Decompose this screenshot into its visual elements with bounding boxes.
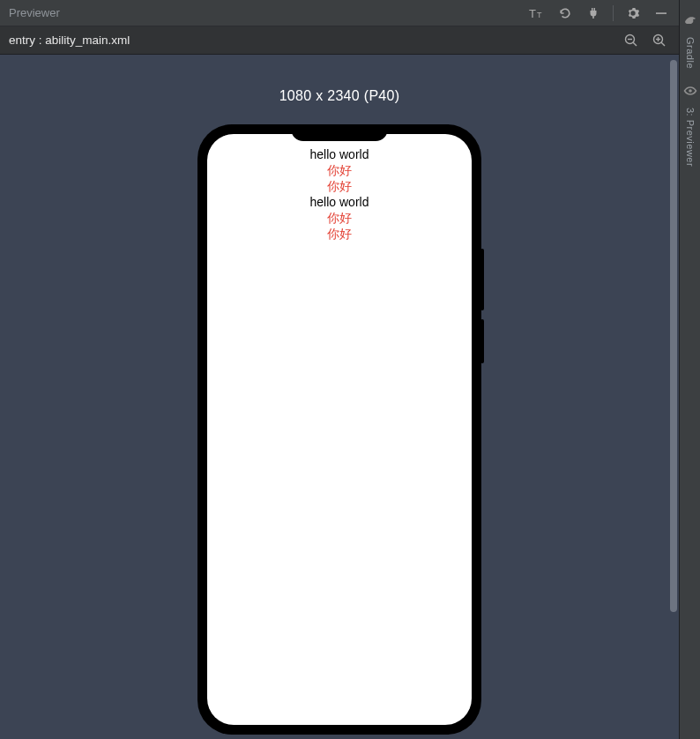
phone-notch [291,125,388,141]
svg-rect-3 [656,12,666,14]
file-path: entry : ability_main.xml [9,34,130,47]
phone-side-key [480,249,484,310]
zoom-out-button[interactable] [621,30,642,51]
screen-text-line: hello world [310,146,369,162]
rail-label-gradle: Gradle [685,37,696,69]
gradle-icon [681,11,700,30]
rail-item-gradle[interactable]: Gradle [681,7,700,72]
minimize-icon [655,7,667,19]
phone-screen[interactable]: hello world你好你好hello world你好你好 [207,134,472,725]
plug-button[interactable] [583,3,604,24]
canvas-inner: 1080 x 2340 (P40) hello world你好你好hello w… [0,55,679,739]
side-rail: Gradle 3: Previewer [679,0,700,739]
zoom-out-icon [623,33,639,49]
svg-rect-2 [592,16,594,19]
refresh-icon [558,6,572,20]
toolbar-divider [613,5,614,21]
preview-canvas: 1080 x 2340 (P40) hello world你好你好hello w… [0,55,679,739]
rail-item-previewer[interactable]: 3: Previewer [681,78,700,170]
screen-text-line: 你好 [327,210,352,226]
eye-icon [681,81,700,101]
zoom-in-icon [652,33,667,49]
svg-text:T: T [537,11,542,19]
dimension-label: 1080 x 2340 (P40) [279,88,400,104]
scrollbar-thumb[interactable] [670,60,677,612]
main-column: Previewer T T [0,0,679,739]
refresh-button[interactable] [555,3,576,24]
screen-text-line: hello world [310,194,369,210]
svg-text:T: T [529,7,536,20]
screen-text-line: 你好 [327,162,352,178]
rail-label-previewer: 3: Previewer [685,108,696,167]
scrollbar-track[interactable] [670,60,677,734]
minimize-button[interactable] [651,3,672,24]
gear-icon [626,6,640,20]
phone-frame: hello world你好你好hello world你好你好 [198,125,480,734]
phone-side-key [480,319,484,363]
titlebar: Previewer T T [0,0,679,26]
svg-point-11 [689,89,692,93]
font-size-button[interactable]: T T [526,3,547,24]
filebar: entry : ability_main.xml [0,26,679,55]
svg-line-8 [661,42,665,46]
settings-button[interactable] [622,3,644,24]
panel-title: Previewer [9,6,60,19]
font-size-icon: T T [529,6,545,20]
zoom-in-button[interactable] [649,30,670,51]
screen-text-line: 你好 [327,226,352,242]
svg-line-5 [633,42,637,46]
screen-text-line: 你好 [327,178,352,194]
plug-icon [586,6,600,20]
